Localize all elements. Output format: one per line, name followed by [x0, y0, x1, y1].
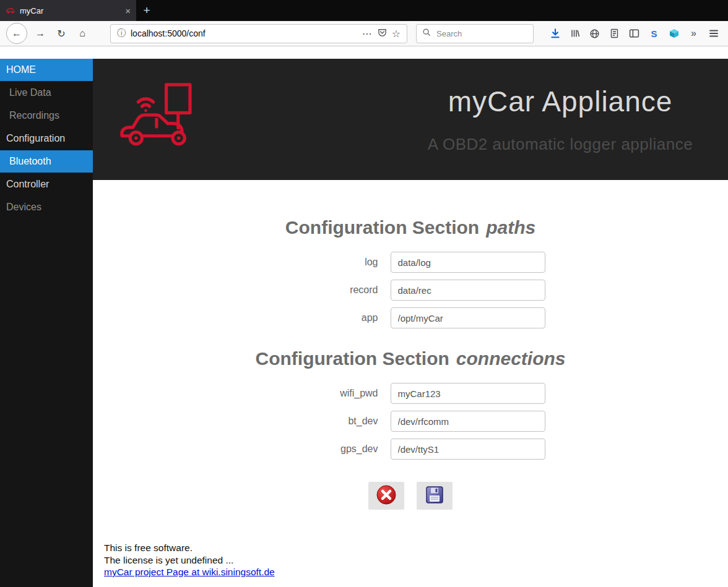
save-button[interactable]: [417, 482, 453, 510]
form-row: bt_dev: [93, 411, 728, 432]
project-page-link[interactable]: myCar project Page at wiki.siningsoft.de: [104, 567, 275, 577]
search-input[interactable]: [435, 28, 527, 39]
section-heading-text: Configuration Section: [285, 217, 479, 238]
pocket-icon[interactable]: [378, 28, 387, 39]
gps-dev-label: gps_dev: [276, 443, 391, 455]
tab-close-icon[interactable]: ×: [125, 6, 131, 16]
overflow-chevrons-icon[interactable]: »: [685, 25, 702, 42]
section-heading-emphasis: paths: [486, 217, 535, 238]
page-actions-icon[interactable]: ···: [363, 29, 373, 38]
new-tab-button[interactable]: +: [136, 0, 157, 21]
notes-icon[interactable]: [606, 25, 623, 42]
home-button[interactable]: ⌂: [73, 24, 92, 43]
page-header: myCar Appliance A OBD2 automatic logger …: [93, 59, 728, 180]
favicon-car-icon: [6, 5, 15, 17]
sidebar-item-controller[interactable]: Controller: [0, 173, 93, 195]
footer-line-1: This is free software.: [104, 542, 728, 554]
page-subtitle: A OBD2 automatic logger appliance: [392, 135, 728, 154]
form-row: wifi_pwd: [93, 383, 728, 404]
tab-title: myCar: [20, 6, 121, 15]
configuration-content: Configuration Sectionpaths log record ap…: [93, 180, 728, 587]
main-area: myCar Appliance A OBD2 automatic logger …: [93, 59, 728, 587]
search-icon: [422, 28, 431, 39]
car-logo-icon: [114, 80, 207, 158]
section-heading-text: Configuration Section: [255, 348, 449, 369]
navigation-toolbar: ← → ↻ ⌂ ⓘ localhost:5000/conf ··· ☆: [0, 21, 728, 46]
record-label: record: [276, 285, 391, 296]
wifi-pwd-label: wifi_pwd: [276, 388, 391, 399]
section-heading-emphasis: connections: [456, 348, 566, 369]
bt-device-input[interactable]: [391, 411, 545, 432]
record-path-input[interactable]: [391, 280, 545, 301]
form-row: log: [93, 252, 728, 273]
sidebar-item-devices[interactable]: Devices: [0, 196, 93, 218]
bookmark-star-icon[interactable]: ☆: [392, 28, 401, 40]
page-footer: This is free software. The license is ye…: [104, 542, 728, 578]
url-bar[interactable]: ⓘ localhost:5000/conf ··· ☆: [110, 24, 407, 43]
back-button[interactable]: ←: [6, 23, 27, 44]
cancel-x-icon: [376, 484, 397, 507]
library-icon[interactable]: [566, 25, 583, 42]
app-path-input[interactable]: [391, 307, 545, 328]
browser-chrome: myCar × + ← → ↻ ⌂ ⓘ localhost:5000/conf …: [0, 0, 728, 46]
globe-icon[interactable]: [586, 25, 603, 42]
sidebar-item-live-data[interactable]: Live Data: [0, 82, 93, 104]
url-text[interactable]: localhost:5000/conf: [131, 28, 206, 38]
page-body: HOME Live Data Recordings Configuration …: [0, 46, 728, 587]
log-path-input[interactable]: [391, 252, 545, 273]
browser-tab[interactable]: myCar ×: [0, 0, 136, 21]
header-text: myCar Appliance A OBD2 automatic logger …: [207, 85, 728, 154]
form-row: record: [93, 280, 728, 301]
downloads-icon[interactable]: [547, 25, 563, 42]
bt-dev-label: bt_dev: [276, 416, 391, 427]
sidebar-toggle-icon[interactable]: [626, 25, 643, 42]
sidebar-item-recordings[interactable]: Recordings: [0, 105, 93, 127]
form-row: gps_dev: [93, 439, 728, 460]
sidebar-item-home[interactable]: HOME: [0, 59, 93, 81]
sidebar-item-bluetooth[interactable]: Bluetooth: [0, 150, 93, 173]
toolbar-extensions: S »: [547, 25, 722, 42]
footer-line-2: The license is yet undefined ...: [104, 554, 728, 567]
site-info-icon[interactable]: ⓘ: [117, 28, 126, 39]
sidebar: HOME Live Data Recordings Configuration …: [0, 59, 93, 587]
section-heading-paths: Configuration Sectionpaths: [93, 217, 728, 238]
forward-button[interactable]: →: [31, 24, 50, 43]
reload-button[interactable]: ↻: [52, 24, 71, 43]
sidebar-item-configuration[interactable]: Configuration: [0, 127, 93, 150]
form-actions: [93, 482, 728, 510]
page-title: myCar Appliance: [392, 85, 728, 118]
gps-device-input[interactable]: [391, 439, 545, 460]
log-label: log: [276, 257, 391, 268]
cube-extension-icon[interactable]: [665, 25, 682, 42]
wifi-password-input[interactable]: [391, 383, 545, 404]
menu-hamburger-icon[interactable]: [705, 25, 722, 42]
form-row: app: [93, 307, 728, 328]
search-bar[interactable]: [416, 24, 534, 43]
section-heading-connections: Configuration Sectionconnections: [93, 348, 728, 369]
app-label: app: [276, 312, 391, 323]
floppy-disk-icon: [425, 486, 444, 506]
cancel-button[interactable]: [368, 482, 404, 510]
tab-bar: myCar × +: [0, 0, 728, 21]
s-extension-icon[interactable]: S: [646, 25, 662, 42]
